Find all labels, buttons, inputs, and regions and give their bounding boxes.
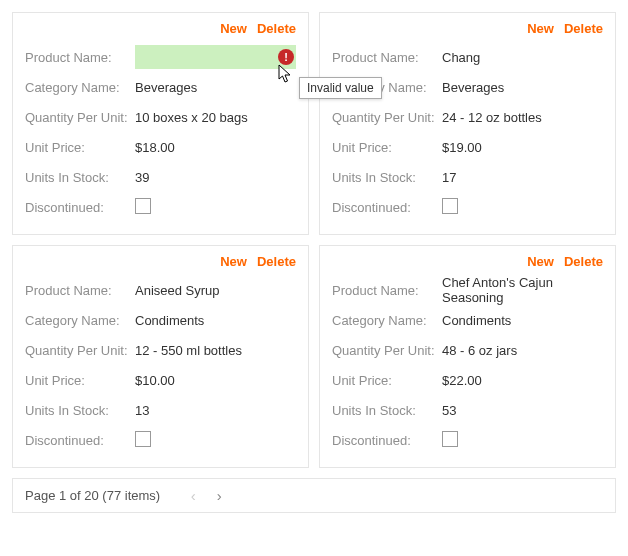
field-label: Product Name: (25, 50, 135, 65)
field-label: Category Name: (332, 313, 442, 328)
field-value: 53 (442, 403, 603, 418)
field-value: 13 (135, 403, 296, 418)
field-value: Aniseed Syrup (135, 283, 296, 298)
discontinued-checkbox[interactable] (135, 431, 151, 447)
product-card: NewDeleteProduct Name:!Category Name:Bev… (12, 12, 309, 235)
field-row: Discontinued: (332, 192, 603, 222)
field-row: Quantity Per Unit:10 boxes x 20 bags (25, 102, 296, 132)
field-value: Beverages (135, 80, 296, 95)
field-label: Unit Price: (25, 140, 135, 155)
field-value: 39 (135, 170, 296, 185)
field-value: Condiments (135, 313, 296, 328)
pager-info: Page 1 of 20 (77 items) (25, 488, 160, 503)
field-value: $10.00 (135, 373, 296, 388)
field-row: Unit Price:$10.00 (25, 365, 296, 395)
field-value: 24 - 12 oz bottles (442, 110, 603, 125)
field-value: 12 - 550 ml bottles (135, 343, 296, 358)
field-label: Discontinued: (25, 433, 135, 448)
field-row: Quantity Per Unit:24 - 12 oz bottles (332, 102, 603, 132)
delete-button[interactable]: Delete (564, 21, 603, 36)
field-label: Product Name: (332, 283, 442, 298)
product-card: NewDeleteProduct Name:ChangCategory Name… (319, 12, 616, 235)
field-label: Unit Price: (332, 140, 442, 155)
field-row: Unit Price:$22.00 (332, 365, 603, 395)
field-row: Product Name:! (25, 42, 296, 72)
error-icon[interactable]: ! (278, 49, 294, 65)
field-label: Category Name: (25, 313, 135, 328)
field-row: Product Name:Chang (332, 42, 603, 72)
field-label: Quantity Per Unit: (332, 343, 442, 358)
field-value: 48 - 6 oz jars (442, 343, 603, 358)
field-label: Product Name: (332, 50, 442, 65)
discontinued-checkbox[interactable] (442, 198, 458, 214)
field-label: Category Name: (25, 80, 135, 95)
product-card: NewDeleteProduct Name:Aniseed SyrupCateg… (12, 245, 309, 468)
field-label: Discontinued: (332, 433, 442, 448)
field-row: Units In Stock:39 (25, 162, 296, 192)
field-value: Condiments (442, 313, 603, 328)
product-card: NewDeleteProduct Name:Chef Anton's Cajun… (319, 245, 616, 468)
field-row: Product Name:Chef Anton's Cajun Seasonin… (332, 275, 603, 305)
field-value: 10 boxes x 20 bags (135, 110, 296, 125)
field-row: Quantity Per Unit:48 - 6 oz jars (332, 335, 603, 365)
new-button[interactable]: New (527, 21, 554, 36)
pager-prev-button[interactable]: ‹ (180, 487, 206, 504)
new-button[interactable]: New (220, 254, 247, 269)
delete-button[interactable]: Delete (257, 21, 296, 36)
delete-button[interactable]: Delete (257, 254, 296, 269)
field-value: Beverages (442, 80, 603, 95)
field-label: Quantity Per Unit: (25, 343, 135, 358)
field-row: Unit Price:$18.00 (25, 132, 296, 162)
field-row: Product Name:Aniseed Syrup (25, 275, 296, 305)
field-label: Discontinued: (25, 200, 135, 215)
field-value: Chef Anton's Cajun Seasoning (442, 275, 603, 305)
delete-button[interactable]: Delete (564, 254, 603, 269)
discontinued-checkbox[interactable] (442, 431, 458, 447)
field-value: $22.00 (442, 373, 603, 388)
field-value: 17 (442, 170, 603, 185)
field-label: Quantity Per Unit: (332, 110, 442, 125)
field-label: Discontinued: (332, 200, 442, 215)
pager-next-button[interactable]: › (206, 487, 232, 504)
field-row: Discontinued: (332, 425, 603, 455)
new-button[interactable]: New (220, 21, 247, 36)
field-row: Units In Stock:53 (332, 395, 603, 425)
field-label: Product Name: (25, 283, 135, 298)
discontinued-checkbox[interactable] (135, 198, 151, 214)
field-row: Discontinued: (25, 192, 296, 222)
field-label: Quantity Per Unit: (25, 110, 135, 125)
field-row: Category Name:Condiments (332, 305, 603, 335)
validation-tooltip: Invalid value (299, 77, 382, 99)
field-label: Unit Price: (25, 373, 135, 388)
field-label: Units In Stock: (25, 403, 135, 418)
field-value: $18.00 (135, 140, 296, 155)
field-value: $19.00 (442, 140, 603, 155)
field-label: Units In Stock: (332, 170, 442, 185)
field-row: Units In Stock:13 (25, 395, 296, 425)
field-row: Unit Price:$19.00 (332, 132, 603, 162)
pager-bar: Page 1 of 20 (77 items) ‹ › (12, 478, 616, 513)
product-name-input[interactable]: ! (135, 45, 296, 69)
field-row: Category Name:Condiments (25, 305, 296, 335)
field-row: Discontinued: (25, 425, 296, 455)
field-row: Units In Stock:17 (332, 162, 603, 192)
field-row: Category Name:Beverages (25, 72, 296, 102)
field-row: Quantity Per Unit:12 - 550 ml bottles (25, 335, 296, 365)
field-label: Units In Stock: (332, 403, 442, 418)
field-label: Unit Price: (332, 373, 442, 388)
field-label: Units In Stock: (25, 170, 135, 185)
new-button[interactable]: New (527, 254, 554, 269)
field-value: Chang (442, 50, 603, 65)
